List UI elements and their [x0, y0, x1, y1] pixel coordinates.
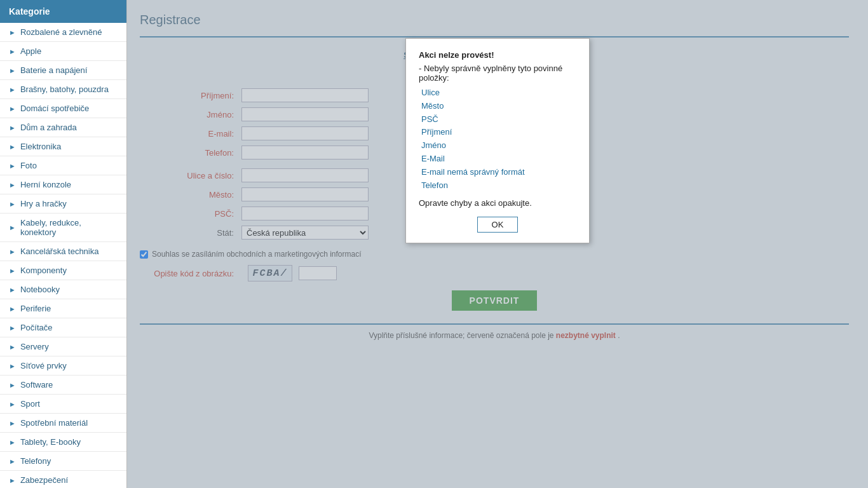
sidebar-item-herni[interactable]: ► Herní konzole — [0, 175, 126, 194]
modal-list: Ulice Město PSČ Příjmení Jméno E-Mail E-… — [419, 86, 576, 192]
sidebar-item-label: Servery — [20, 342, 49, 351]
sidebar-item-pocitace[interactable]: ► Počítače — [0, 318, 126, 337]
main-content: Registrace SOUKROMÁ OSOBA FIRMA KONTAKTN… — [127, 0, 868, 488]
chevron-right-icon: ► — [9, 86, 16, 93]
chevron-right-icon: ► — [9, 48, 16, 55]
chevron-right-icon: ► — [9, 267, 16, 274]
list-item: Telefon — [421, 179, 576, 193]
sidebar-item-software[interactable]: ► Software — [0, 376, 126, 395]
sidebar-item-dum[interactable]: ► Dům a zahrada — [0, 118, 126, 137]
sidebar-item-kancelar[interactable]: ► Kancelářská technika — [0, 242, 126, 261]
chevron-right-icon: ► — [9, 181, 16, 189]
modal-box: Akci nelze provést! - Nebyly správně vyp… — [405, 38, 590, 243]
chevron-right-icon: ► — [9, 124, 16, 132]
sidebar-item-tablety[interactable]: ► Tablety, E-booky — [0, 433, 126, 452]
sidebar-item-label: Zabezpečení — [20, 475, 68, 485]
sidebar-item-label: Kancelářská technika — [20, 247, 99, 256]
sidebar-item-hry[interactable]: ► Hry a hračky — [0, 194, 126, 214]
list-item: Příjmení — [421, 126, 576, 139]
chevron-right-icon: ► — [9, 458, 16, 465]
sidebar-item-rozbalene[interactable]: ► Rozbalené a zlevněné — [0, 23, 126, 42]
modal-title: Akci nelze provést! — [419, 50, 576, 60]
modal-ok-button[interactable]: OK — [477, 217, 519, 233]
sidebar-item-label: Brašny, batohy, pouzdra — [20, 85, 109, 94]
modal-subtitle: - Nebyly správně vyplněny tyto povinné p… — [419, 64, 576, 83]
chevron-right-icon: ► — [9, 343, 16, 351]
sidebar-item-brasny[interactable]: ► Brašny, batohy, pouzdra — [0, 80, 126, 99]
chevron-right-icon: ► — [9, 67, 16, 74]
list-item: Ulice — [421, 86, 576, 100]
sidebar-item-zabezpeceni[interactable]: ► Zabezpečení — [0, 471, 126, 488]
chevron-right-icon: ► — [9, 381, 16, 389]
chevron-right-icon: ► — [9, 162, 16, 170]
content-area: Registrace SOUKROMÁ OSOBA FIRMA KONTAKTN… — [127, 0, 868, 488]
modal-overlay: Akci nelze provést! - Nebyly správně vyp… — [127, 0, 868, 488]
sidebar-item-label: Komponenty — [20, 266, 67, 275]
sidebar-item-label: Dům a zahrada — [20, 123, 77, 132]
list-item: E-mail nemá správný formát — [421, 166, 576, 179]
sidebar-item-label: Tablety, E-booky — [20, 437, 81, 447]
chevron-right-icon: ► — [9, 105, 16, 112]
chevron-right-icon: ► — [9, 400, 16, 408]
chevron-right-icon: ► — [9, 224, 16, 231]
sidebar-item-label: Spotřební materiál — [20, 418, 88, 428]
list-item: PSČ — [421, 113, 576, 126]
sidebar-item-label: Elektronika — [20, 142, 61, 151]
sidebar-item-sport[interactable]: ► Sport — [0, 395, 126, 414]
chevron-right-icon: ► — [9, 248, 16, 255]
sidebar-item-label: Apple — [20, 46, 41, 56]
list-item: Jméno — [421, 139, 576, 152]
sidebar-item-spotrebni[interactable]: ► Spotřební materiál — [0, 414, 126, 433]
sidebar-item-label: Herní konzole — [20, 180, 71, 189]
list-item: E-Mail — [421, 152, 576, 166]
list-item: Město — [421, 100, 576, 113]
chevron-right-icon: ► — [9, 29, 16, 36]
sidebar-item-apple[interactable]: ► Apple — [0, 42, 126, 61]
sidebar-item-label: Periferie — [20, 304, 51, 313]
sidebar-item-telefony[interactable]: ► Telefony — [0, 452, 126, 471]
sidebar-item-label: Notebooky — [20, 285, 60, 294]
chevron-right-icon: ► — [9, 286, 16, 294]
chevron-right-icon: ► — [9, 477, 16, 484]
sidebar-item-label: Hry a hračky — [20, 199, 67, 208]
sidebar-item-komponenty[interactable]: ► Komponenty — [0, 261, 126, 280]
modal-ok-row: OK — [419, 217, 576, 233]
chevron-right-icon: ► — [9, 419, 16, 427]
sidebar-item-notebooky[interactable]: ► Notebooky — [0, 280, 126, 299]
chevron-right-icon: ► — [9, 324, 16, 332]
sidebar-item-label: Počítače — [20, 323, 53, 332]
sidebar-item-periferie[interactable]: ► Periferie — [0, 299, 126, 318]
sidebar-item-servery[interactable]: ► Servery — [0, 337, 126, 356]
chevron-right-icon: ► — [9, 200, 16, 208]
sidebar-item-label: Foto — [20, 161, 37, 170]
sidebar-item-label: Rozbalené a zlevněné — [20, 27, 102, 37]
chevron-right-icon: ► — [9, 143, 16, 151]
chevron-right-icon: ► — [9, 438, 16, 446]
sidebar-item-elektronika[interactable]: ► Elektronika — [0, 137, 126, 156]
sidebar-item-sitove[interactable]: ► Síťové prvky — [0, 356, 126, 376]
sidebar-item-foto[interactable]: ► Foto — [0, 156, 126, 175]
sidebar-item-label: Telefony — [20, 456, 51, 466]
sidebar-item-label: Baterie a napájení — [20, 65, 88, 75]
sidebar-item-label: Software — [20, 380, 53, 390]
sidebar-item-kabely[interactable]: ► Kabely, redukce, konektory — [0, 214, 126, 242]
modal-note: Opravte chyby a akci opakujte. — [419, 198, 576, 208]
sidebar-item-label: Kabely, redukce, konektory — [20, 218, 118, 237]
sidebar-item-domaci[interactable]: ► Domácí spotřebiče — [0, 99, 126, 118]
sidebar-item-label: Síťové prvky — [20, 361, 67, 370]
sidebar-header: Kategorie — [0, 0, 126, 23]
sidebar-item-label: Sport — [20, 399, 40, 409]
chevron-right-icon: ► — [9, 362, 16, 370]
sidebar-item-baterie[interactable]: ► Baterie a napájení — [0, 61, 126, 80]
sidebar-item-label: Domácí spotřebiče — [20, 104, 89, 113]
sidebar: Kategorie ► Rozbalené a zlevněné ► Apple… — [0, 0, 127, 488]
chevron-right-icon: ► — [9, 305, 16, 313]
